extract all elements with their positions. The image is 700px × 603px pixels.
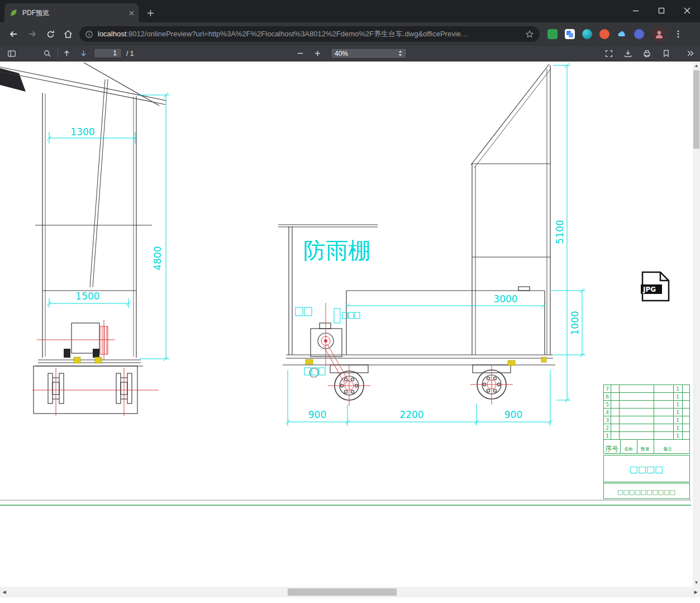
browser-titlebar: PDF预览 <box>0 0 700 22</box>
svg-text:7: 7 <box>606 386 609 392</box>
profile-avatar[interactable] <box>651 27 666 42</box>
dim-900-left-label: 900 <box>308 409 326 420</box>
url-host: localhost <box>98 30 126 38</box>
svg-text:1: 1 <box>676 417 679 423</box>
svg-text:1: 1 <box>676 410 679 415</box>
svg-text:1: 1 <box>676 425 679 431</box>
svg-text:2: 2 <box>606 425 609 431</box>
translate-extension-icon[interactable] <box>565 29 575 39</box>
select-spinner-icon <box>398 50 403 57</box>
svg-text:4: 4 <box>606 410 609 415</box>
url-path: :8012/onlinePreview?url=http%3A%2F%2Floc… <box>126 30 468 38</box>
home-icon[interactable] <box>60 26 76 42</box>
svg-text:1: 1 <box>676 394 679 400</box>
title-block-footer-text: □□□□□□□□□□ <box>617 488 675 496</box>
extension-icon-teal[interactable] <box>582 29 592 39</box>
sidebar-toggle-icon[interactable] <box>4 47 19 60</box>
dim-1500-label: 1500 <box>75 291 99 302</box>
svg-text:6: 6 <box>606 394 609 400</box>
front-view-structure <box>0 63 166 414</box>
print-icon[interactable] <box>640 47 654 60</box>
dim-1000-label: 1000 <box>569 311 580 335</box>
horizontal-scrollbar-thumb[interactable] <box>288 588 397 596</box>
tab-title: PDF预览 <box>22 8 125 18</box>
svg-text:1: 1 <box>676 402 679 407</box>
zoom-out-icon[interactable] <box>293 47 307 60</box>
extensions-row <box>547 26 683 42</box>
scroll-right-icon[interactable]: ▶ <box>692 588 699 596</box>
scroll-down-icon[interactable]: ▼ <box>693 579 700 586</box>
back-icon[interactable] <box>6 26 21 42</box>
svg-text:1: 1 <box>676 433 679 439</box>
svg-text:3: 3 <box>606 417 609 423</box>
fit-page-icon[interactable] <box>602 47 616 60</box>
side-view-structure <box>278 64 555 400</box>
svg-text:1: 1 <box>676 386 679 392</box>
info-icon[interactable] <box>85 30 93 39</box>
title-block-header-name: 名称 <box>624 447 633 452</box>
vertical-scrollbar[interactable]: ▲ ▼ <box>693 61 700 587</box>
title-block-header-note: 备注 <box>663 447 672 452</box>
url-bar[interactable]: localhost:8012/onlinePreview?url=http%3A… <box>79 26 540 42</box>
title-block-header-no: 序号 <box>605 445 618 453</box>
browser-menu-icon[interactable] <box>674 30 683 39</box>
jpg-label: JPG <box>642 286 656 293</box>
dim-5100-label: 5100 <box>554 220 565 244</box>
dim-1300-label: 1300 <box>70 126 94 137</box>
extension-icon-orange[interactable] <box>599 29 609 39</box>
forward-icon[interactable] <box>25 26 40 42</box>
more-tools-icon[interactable] <box>683 47 697 60</box>
browser-tab[interactable]: PDF预览 <box>4 3 139 22</box>
dim-900-right-label: 900 <box>504 409 522 420</box>
window-close-button[interactable] <box>674 0 700 21</box>
dim-3000-label: 3000 <box>493 293 517 305</box>
title-block-title-text: □□□□ <box>630 464 663 474</box>
front-view-dimensions: 1300 4800 1500 <box>47 93 169 361</box>
search-icon[interactable] <box>40 47 55 60</box>
title-block-header-qty: 数量 <box>641 447 650 452</box>
horizontal-scrollbar[interactable]: ◀ ▶ <box>0 587 700 597</box>
title-block-rows: 71 61 51 41 31 21 11 <box>606 386 679 439</box>
cad-drawing: 1300 4800 1500 <box>0 61 693 587</box>
download-icon[interactable] <box>621 47 635 60</box>
page-number-input[interactable] <box>94 48 122 58</box>
page-bottom-strip <box>0 597 700 603</box>
new-tab-button[interactable] <box>143 6 158 20</box>
star-icon[interactable] <box>525 30 534 39</box>
page-down-icon[interactable] <box>76 47 91 60</box>
svg-text:5: 5 <box>606 402 609 407</box>
extension-icon-green[interactable] <box>547 29 558 39</box>
toolbar-divider <box>58 49 58 58</box>
zoom-value: 40% <box>335 50 348 58</box>
url-text: localhost:8012/onlinePreview?url=http%3A… <box>98 29 521 39</box>
bookmark-icon[interactable] <box>659 47 673 60</box>
maximize-button[interactable] <box>649 0 674 21</box>
svg-text:1: 1 <box>606 433 609 439</box>
tab-close-icon[interactable] <box>129 11 134 16</box>
scroll-left-icon[interactable]: ◀ <box>1 588 8 596</box>
dim-4800-label: 4800 <box>152 246 163 270</box>
cloud-extension-icon[interactable] <box>617 29 627 39</box>
title-block: 71 61 51 41 31 21 11 序号 名称 数量 备注 □□□□ □□… <box>604 385 690 499</box>
vertical-scrollbar-thumb[interactable] <box>693 70 699 149</box>
scroll-up-icon[interactable]: ▲ <box>693 62 700 69</box>
page-up-icon[interactable] <box>59 47 74 60</box>
jpg-file-icon: JPG <box>641 272 669 301</box>
minimize-button[interactable] <box>623 0 649 21</box>
front-view-centerlines <box>32 320 159 416</box>
leaf-favicon-icon <box>9 8 18 17</box>
extension-icon-indigo[interactable] <box>634 29 644 39</box>
pdf-page-view: 1300 4800 1500 <box>0 61 693 587</box>
dim-2200-label: 2200 <box>399 409 423 420</box>
reload-icon[interactable] <box>42 26 58 42</box>
zoom-select[interactable]: 40% <box>331 48 407 59</box>
zoom-in-icon[interactable] <box>310 47 325 60</box>
canopy-label: 防雨棚 <box>303 238 370 263</box>
page-count-label: / 1 <box>126 50 134 58</box>
sheet-border-lines <box>0 500 691 505</box>
